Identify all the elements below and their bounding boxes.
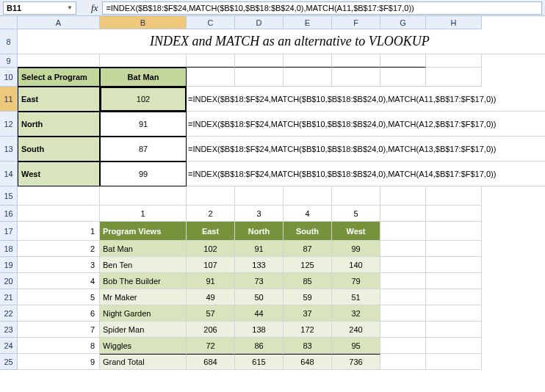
data-cell[interactable]: 240 <box>332 322 380 338</box>
row-index[interactable]: 7 <box>18 322 100 338</box>
row-header[interactable]: 8 <box>0 29 18 54</box>
data-cell[interactable]: 102 <box>187 241 235 257</box>
cell[interactable] <box>284 54 332 68</box>
cell[interactable] <box>235 68 284 87</box>
cell[interactable] <box>187 54 235 68</box>
col-index[interactable]: 4 <box>284 206 332 222</box>
data-cell[interactable]: 140 <box>332 257 380 273</box>
row-header[interactable]: 16 <box>0 206 18 222</box>
row-header[interactable]: 14 <box>0 161 18 186</box>
col-index[interactable]: 2 <box>187 206 235 222</box>
cell[interactable] <box>380 289 426 305</box>
table-header[interactable]: South <box>284 222 332 241</box>
row-header[interactable]: 24 <box>0 338 18 354</box>
cell[interactable] <box>332 68 380 87</box>
cell[interactable] <box>284 68 332 87</box>
row-index[interactable]: 3 <box>18 257 100 273</box>
data-cell[interactable]: 206 <box>187 322 235 338</box>
col-header[interactable]: C <box>187 16 235 29</box>
col-header[interactable]: H <box>426 16 482 29</box>
cell[interactable] <box>380 338 426 354</box>
data-cell[interactable]: 86 <box>235 338 284 354</box>
data-cell[interactable]: 107 <box>187 257 235 273</box>
col-index[interactable]: 5 <box>332 206 380 222</box>
row-header[interactable]: 11 <box>0 87 18 112</box>
table-header[interactable]: North <box>235 222 284 241</box>
cell[interactable] <box>100 186 187 206</box>
cell[interactable] <box>18 54 100 68</box>
region-label[interactable]: South <box>18 137 100 161</box>
cell[interactable] <box>426 338 482 354</box>
data-cell[interactable]: 83 <box>284 338 332 354</box>
col-index[interactable]: 1 <box>100 206 187 222</box>
col-header[interactable]: D <box>235 16 284 29</box>
row-index[interactable]: 9 <box>18 354 100 370</box>
cell[interactable] <box>426 305 482 322</box>
row-header[interactable]: 15 <box>0 186 18 206</box>
cell[interactable] <box>18 186 100 206</box>
data-cell[interactable]: 125 <box>284 257 332 273</box>
data-cell[interactable]: 32 <box>332 305 380 322</box>
cell[interactable] <box>380 54 426 68</box>
data-cell[interactable]: 95 <box>332 338 380 354</box>
row-header[interactable]: 20 <box>0 273 18 289</box>
cell[interactable] <box>235 54 284 68</box>
data-cell[interactable]: 72 <box>187 338 235 354</box>
grand-total-value[interactable]: 736 <box>332 354 380 370</box>
cell[interactable] <box>426 206 482 222</box>
cell[interactable] <box>426 241 482 257</box>
grand-total-value[interactable]: 615 <box>235 354 284 370</box>
cell[interactable] <box>426 222 482 241</box>
region-label[interactable]: West <box>18 161 100 186</box>
data-cell[interactable]: 79 <box>332 273 380 289</box>
row-header[interactable]: 12 <box>0 112 18 137</box>
row-index[interactable]: 2 <box>18 241 100 257</box>
cell[interactable] <box>380 354 426 370</box>
region-value[interactable]: 87 <box>100 137 187 161</box>
cell[interactable] <box>18 206 100 222</box>
cell[interactable] <box>380 186 426 206</box>
program-name[interactable]: Spider Man <box>100 322 187 338</box>
program-name[interactable]: Mr Maker <box>100 289 187 305</box>
cell[interactable] <box>426 322 482 338</box>
data-cell[interactable]: 172 <box>284 322 332 338</box>
data-cell[interactable]: 91 <box>235 241 284 257</box>
cell[interactable] <box>100 54 187 68</box>
formula-input[interactable]: =INDEX($B$18:$F$24,MATCH($B$10,$B$18:$B$… <box>102 1 542 15</box>
cell[interactable] <box>187 186 235 206</box>
data-cell[interactable]: 138 <box>235 322 284 338</box>
chevron-down-icon[interactable]: ▼ <box>67 4 73 11</box>
select-all[interactable] <box>0 16 18 29</box>
region-value[interactable]: 99 <box>100 161 187 186</box>
row-header[interactable]: 17 <box>0 222 18 241</box>
row-index[interactable]: 5 <box>18 289 100 305</box>
data-cell[interactable]: 49 <box>187 289 235 305</box>
row-header[interactable]: 22 <box>0 305 18 322</box>
region-label[interactable]: North <box>18 112 100 137</box>
row-header[interactable]: 13 <box>0 137 18 161</box>
formula-display[interactable]: =INDEX($B$18:$F$24,MATCH($B$10,$B$18:$B$… <box>187 87 545 112</box>
program-name[interactable]: Wiggles <box>100 338 187 354</box>
col-index[interactable]: 3 <box>235 206 284 222</box>
cell[interactable] <box>380 273 426 289</box>
program-name[interactable]: Bat Man <box>100 241 187 257</box>
cell[interactable] <box>332 54 380 68</box>
col-header[interactable]: B <box>100 16 187 29</box>
grand-total-label[interactable]: Grand Total <box>100 354 187 370</box>
row-header[interactable]: 9 <box>0 54 18 68</box>
cell[interactable] <box>426 354 482 370</box>
program-name[interactable]: Ben Ten <box>100 257 187 273</box>
cell[interactable] <box>332 186 380 206</box>
program-dropdown[interactable]: Bat Man <box>100 68 187 87</box>
data-cell[interactable]: 133 <box>235 257 284 273</box>
col-header[interactable]: G <box>380 16 426 29</box>
data-cell[interactable]: 99 <box>332 241 380 257</box>
table-header[interactable]: Program Views <box>100 222 187 241</box>
data-cell[interactable]: 57 <box>187 305 235 322</box>
name-box[interactable]: B11 ▼ <box>3 1 76 15</box>
formula-display[interactable]: =INDEX($B$18:$F$24,MATCH($B$10,$B$18:$B$… <box>187 137 545 161</box>
col-header[interactable]: A <box>18 16 100 29</box>
cell[interactable] <box>380 68 426 87</box>
formula-display[interactable]: =INDEX($B$18:$F$24,MATCH($B$10,$B$18:$B$… <box>187 112 545 137</box>
row-header[interactable]: 23 <box>0 322 18 338</box>
